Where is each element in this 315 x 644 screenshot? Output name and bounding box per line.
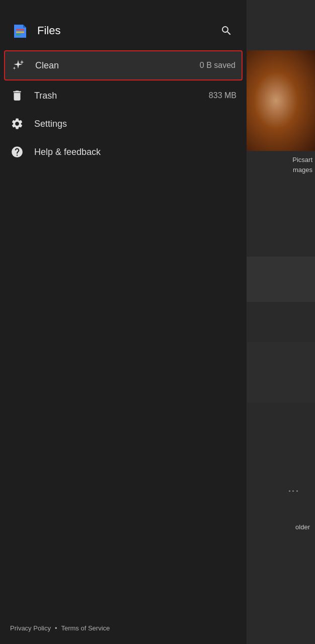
bg-picsart-label: Picsart	[292, 156, 312, 164]
settings-icon	[10, 117, 24, 131]
trash-icon	[10, 89, 24, 103]
clean-badge: 0 B saved	[200, 61, 235, 70]
drawer-header: Files	[0, 0, 247, 45]
search-button[interactable]	[216, 21, 237, 41]
sparkle-icon	[11, 58, 25, 72]
app-icon	[10, 21, 30, 41]
privacy-policy-link[interactable]: Privacy Policy	[10, 624, 51, 632]
bg-images-label: mages	[293, 166, 312, 174]
bg-photo	[237, 50, 315, 151]
header-left: Files	[10, 21, 60, 41]
drawer: Files Clean 0 B saved	[0, 0, 247, 644]
menu-item-clean[interactable]: Clean 0 B saved	[4, 50, 243, 80]
settings-label: Settings	[34, 119, 237, 129]
bg-block1	[245, 257, 315, 302]
menu-item-help[interactable]: Help & feedback	[0, 138, 247, 166]
clean-label: Clean	[35, 60, 190, 71]
help-label: Help & feedback	[34, 147, 237, 157]
bg-folder-label: older	[295, 523, 310, 531]
trash-badge: 833 MB	[209, 91, 237, 100]
footer: Privacy Policy • Terms of Service	[0, 612, 247, 644]
bg-photo-figure	[237, 50, 315, 151]
bg-dots: ⋮	[287, 486, 300, 498]
footer-separator: •	[55, 624, 57, 632]
app-container: Picsart mages ⋮ older	[0, 0, 315, 644]
trash-label: Trash	[34, 91, 199, 101]
app-title: Files	[37, 24, 60, 37]
menu-item-settings[interactable]: Settings	[0, 110, 247, 138]
background-content: Picsart mages ⋮ older	[234, 0, 315, 644]
bg-block2	[237, 342, 315, 403]
help-icon	[10, 145, 24, 159]
menu-items: Clean 0 B saved Trash 833 MB	[0, 45, 247, 612]
terms-of-service-link[interactable]: Terms of Service	[61, 624, 110, 632]
menu-item-trash[interactable]: Trash 833 MB	[0, 82, 247, 110]
